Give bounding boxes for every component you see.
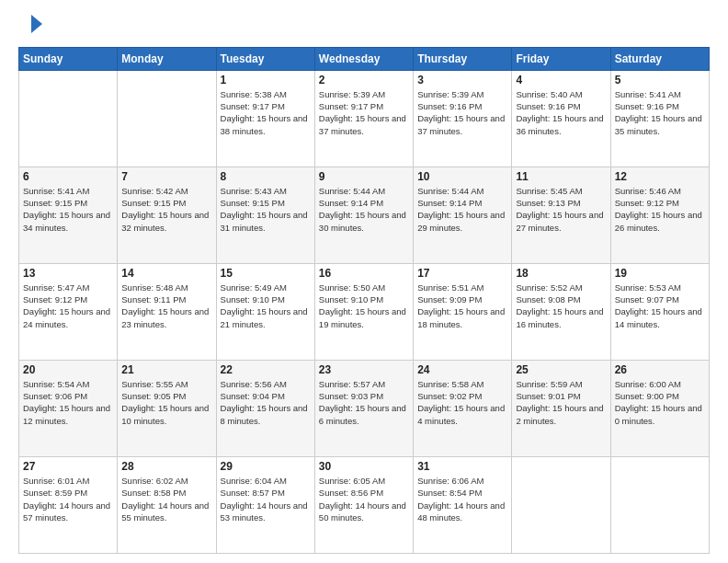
calendar-cell: [118, 70, 216, 167]
day-info: Sunrise: 5:47 AMSunset: 9:12 PMDaylight:…: [23, 282, 113, 330]
day-info: Sunrise: 6:04 AMSunset: 8:57 PMDaylight:…: [221, 475, 311, 523]
calendar-cell: 16Sunrise: 5:50 AMSunset: 9:10 PMDayligh…: [314, 263, 413, 360]
calendar-cell: 1Sunrise: 5:38 AMSunset: 9:17 PMDaylight…: [216, 70, 314, 167]
day-info: Sunrise: 5:56 AMSunset: 9:04 PMDaylight:…: [221, 378, 311, 427]
logo-icon: [20, 15, 42, 33]
calendar-cell: 28Sunrise: 6:02 AMSunset: 8:58 PMDayligh…: [118, 456, 216, 553]
calendar-cell: 20Sunrise: 5:54 AMSunset: 9:06 PMDayligh…: [19, 360, 118, 456]
day-info: Sunrise: 5:38 AMSunset: 9:17 PMDaylight:…: [221, 88, 311, 137]
day-number: 4: [516, 74, 606, 86]
calendar-header-cell: Wednesday: [314, 47, 413, 70]
day-info: Sunrise: 5:54 AMSunset: 9:06 PMDaylight:…: [23, 378, 113, 427]
day-number: 31: [417, 460, 507, 473]
calendar-cell: 3Sunrise: 5:39 AMSunset: 9:16 PMDaylight…: [414, 70, 512, 167]
calendar-cell: 25Sunrise: 5:59 AMSunset: 9:01 PMDayligh…: [512, 360, 610, 456]
calendar-cell: [19, 70, 118, 167]
day-info: Sunrise: 5:58 AMSunset: 9:02 PMDaylight:…: [417, 378, 507, 427]
day-info: Sunrise: 6:06 AMSunset: 8:54 PMDaylight:…: [417, 475, 507, 523]
calendar-header-row: SundayMondayTuesdayWednesdayThursdayFrid…: [19, 47, 710, 70]
day-number: 9: [319, 170, 409, 183]
calendar-cell: 29Sunrise: 6:04 AMSunset: 8:57 PMDayligh…: [216, 456, 314, 553]
calendar-cell: 6Sunrise: 5:41 AMSunset: 9:15 PMDaylight…: [19, 167, 118, 263]
svg-marker-0: [31, 15, 42, 33]
calendar-cell: 17Sunrise: 5:51 AMSunset: 9:09 PMDayligh…: [414, 263, 512, 360]
day-number: 22: [221, 363, 311, 376]
calendar-cell: 18Sunrise: 5:52 AMSunset: 9:08 PMDayligh…: [512, 263, 610, 360]
calendar-cell: 12Sunrise: 5:46 AMSunset: 9:12 PMDayligh…: [610, 167, 709, 263]
day-info: Sunrise: 5:46 AMSunset: 9:12 PMDaylight:…: [615, 185, 705, 234]
calendar-cell: 27Sunrise: 6:01 AMSunset: 8:59 PMDayligh…: [19, 456, 118, 553]
calendar-week-row: 20Sunrise: 5:54 AMSunset: 9:06 PMDayligh…: [19, 360, 710, 456]
day-info: Sunrise: 5:39 AMSunset: 9:17 PMDaylight:…: [319, 88, 409, 137]
day-number: 15: [221, 267, 311, 280]
day-info: Sunrise: 5:41 AMSunset: 9:16 PMDaylight:…: [615, 88, 705, 137]
day-number: 11: [516, 170, 606, 183]
calendar-cell: 9Sunrise: 5:44 AMSunset: 9:14 PMDaylight…: [314, 167, 413, 263]
calendar-header-cell: Thursday: [414, 47, 512, 70]
day-info: Sunrise: 5:41 AMSunset: 9:15 PMDaylight:…: [23, 185, 113, 234]
calendar-week-row: 1Sunrise: 5:38 AMSunset: 9:17 PMDaylight…: [19, 70, 710, 167]
day-info: Sunrise: 6:05 AMSunset: 8:56 PMDaylight:…: [319, 475, 409, 523]
day-number: 26: [615, 363, 705, 376]
day-info: Sunrise: 5:50 AMSunset: 9:10 PMDaylight:…: [319, 282, 409, 330]
logo: [18, 15, 42, 38]
day-info: Sunrise: 5:49 AMSunset: 9:10 PMDaylight:…: [221, 282, 311, 330]
day-number: 19: [615, 267, 705, 280]
calendar-week-row: 6Sunrise: 5:41 AMSunset: 9:15 PMDaylight…: [19, 167, 710, 263]
logo-text: [18, 15, 42, 38]
day-number: 1: [221, 74, 311, 86]
day-info: Sunrise: 5:51 AMSunset: 9:09 PMDaylight:…: [417, 282, 507, 330]
calendar-cell: 19Sunrise: 5:53 AMSunset: 9:07 PMDayligh…: [610, 263, 709, 360]
day-number: 14: [121, 267, 211, 280]
day-number: 6: [23, 170, 113, 183]
day-number: 3: [417, 74, 507, 86]
calendar-header-cell: Sunday: [19, 47, 118, 70]
page: SundayMondayTuesdayWednesdayThursdayFrid…: [0, 0, 728, 563]
day-info: Sunrise: 5:55 AMSunset: 9:05 PMDaylight:…: [121, 378, 211, 427]
day-info: Sunrise: 5:53 AMSunset: 9:07 PMDaylight:…: [615, 282, 705, 330]
day-info: Sunrise: 6:01 AMSunset: 8:59 PMDaylight:…: [23, 475, 113, 523]
calendar-cell: 11Sunrise: 5:45 AMSunset: 9:13 PMDayligh…: [512, 167, 610, 263]
day-info: Sunrise: 5:57 AMSunset: 9:03 PMDaylight:…: [319, 378, 409, 427]
day-number: 7: [121, 170, 211, 183]
day-number: 29: [221, 460, 311, 473]
calendar-body: 1Sunrise: 5:38 AMSunset: 9:17 PMDaylight…: [19, 70, 710, 553]
calendar-week-row: 13Sunrise: 5:47 AMSunset: 9:12 PMDayligh…: [19, 263, 710, 360]
day-info: Sunrise: 5:40 AMSunset: 9:16 PMDaylight:…: [516, 88, 606, 137]
day-info: Sunrise: 5:44 AMSunset: 9:14 PMDaylight:…: [319, 185, 409, 234]
calendar-cell: 24Sunrise: 5:58 AMSunset: 9:02 PMDayligh…: [414, 360, 512, 456]
calendar-cell: 4Sunrise: 5:40 AMSunset: 9:16 PMDaylight…: [512, 70, 610, 167]
calendar-cell: 15Sunrise: 5:49 AMSunset: 9:10 PMDayligh…: [216, 263, 314, 360]
day-info: Sunrise: 5:59 AMSunset: 9:01 PMDaylight:…: [516, 378, 606, 427]
calendar-cell: 10Sunrise: 5:44 AMSunset: 9:14 PMDayligh…: [414, 167, 512, 263]
calendar-cell: 30Sunrise: 6:05 AMSunset: 8:56 PMDayligh…: [314, 456, 413, 553]
calendar-cell: 7Sunrise: 5:42 AMSunset: 9:15 PMDaylight…: [118, 167, 216, 263]
calendar-cell: 21Sunrise: 5:55 AMSunset: 9:05 PMDayligh…: [118, 360, 216, 456]
calendar-cell: 14Sunrise: 5:48 AMSunset: 9:11 PMDayligh…: [118, 263, 216, 360]
calendar-cell: 23Sunrise: 5:57 AMSunset: 9:03 PMDayligh…: [314, 360, 413, 456]
calendar-cell: [512, 456, 610, 553]
calendar-cell: 22Sunrise: 5:56 AMSunset: 9:04 PMDayligh…: [216, 360, 314, 456]
day-info: Sunrise: 6:02 AMSunset: 8:58 PMDaylight:…: [121, 475, 211, 523]
day-info: Sunrise: 5:48 AMSunset: 9:11 PMDaylight:…: [121, 282, 211, 330]
day-number: 16: [319, 267, 409, 280]
calendar-table: SundayMondayTuesdayWednesdayThursdayFrid…: [18, 47, 710, 554]
day-info: Sunrise: 5:44 AMSunset: 9:14 PMDaylight:…: [417, 185, 507, 234]
calendar-header-cell: Monday: [118, 47, 216, 70]
day-info: Sunrise: 5:45 AMSunset: 9:13 PMDaylight:…: [516, 185, 606, 234]
day-info: Sunrise: 5:39 AMSunset: 9:16 PMDaylight:…: [417, 88, 507, 137]
day-number: 24: [417, 363, 507, 376]
calendar-week-row: 27Sunrise: 6:01 AMSunset: 8:59 PMDayligh…: [19, 456, 710, 553]
day-number: 23: [319, 363, 409, 376]
header: [18, 15, 710, 38]
day-number: 8: [221, 170, 311, 183]
day-number: 2: [319, 74, 409, 86]
calendar-cell: 5Sunrise: 5:41 AMSunset: 9:16 PMDaylight…: [610, 70, 709, 167]
day-number: 10: [417, 170, 507, 183]
day-number: 17: [417, 267, 507, 280]
day-info: Sunrise: 5:42 AMSunset: 9:15 PMDaylight:…: [121, 185, 211, 234]
calendar-header-cell: Friday: [512, 47, 610, 70]
calendar-cell: 2Sunrise: 5:39 AMSunset: 9:17 PMDaylight…: [314, 70, 413, 167]
calendar-cell: 26Sunrise: 6:00 AMSunset: 9:00 PMDayligh…: [610, 360, 709, 456]
day-info: Sunrise: 6:00 AMSunset: 9:00 PMDaylight:…: [615, 378, 705, 427]
